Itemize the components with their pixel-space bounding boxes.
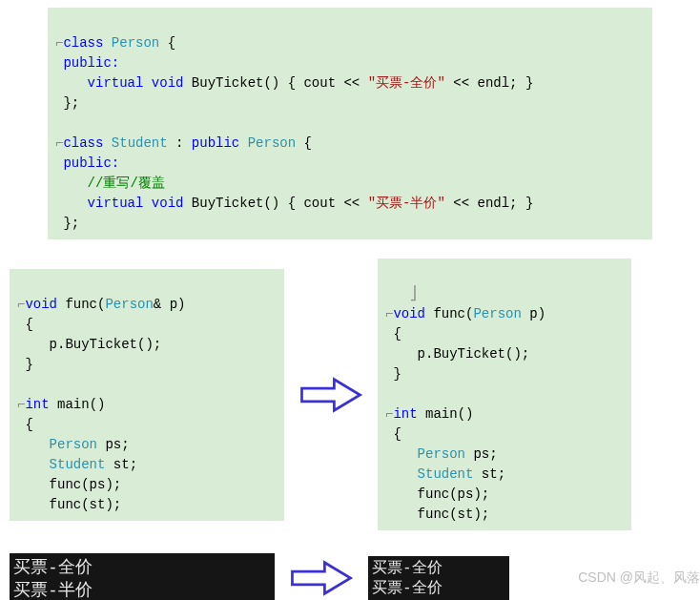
console-line: 买票-半价 bbox=[13, 579, 93, 599]
watermark-text: CSDN @风起、风落 bbox=[547, 569, 700, 587]
arrow-icon bbox=[275, 560, 368, 596]
console-output-right: 买票-全价 买票-全价 bbox=[368, 556, 509, 600]
arrow-icon bbox=[284, 377, 378, 413]
code-block-func-ref: ⌐void func(Person& p) { p.BuyTicket(); }… bbox=[10, 269, 284, 521]
console-output-left: 买票-全价 买票-半价 bbox=[10, 553, 275, 600]
console-line: 买票-全价 bbox=[372, 558, 443, 576]
type-student: Student bbox=[103, 135, 167, 151]
console-line: 买票-全价 bbox=[13, 556, 93, 576]
type-person: Person bbox=[112, 35, 159, 51]
code-block-func-value: ⎦ ⌐void func(Person p) { p.BuyTicket(); … bbox=[378, 259, 631, 530]
row-code-compare: ⌐void func(Person& p) { p.BuyTicket(); }… bbox=[0, 259, 700, 530]
kw-public: public: bbox=[63, 55, 119, 71]
row-console-compare: 买票-全价 买票-半价 买票-全价 买票-全价 CSDN @风起、风落 bbox=[0, 553, 700, 600]
console-line: 买票-全价 bbox=[372, 578, 443, 596]
string-fullprice: "买票-全价" bbox=[368, 75, 445, 91]
string-halfprice: "买票-半价" bbox=[368, 196, 445, 211]
comment-override: //重写/覆盖 bbox=[55, 176, 165, 191]
kw-class: class bbox=[63, 35, 103, 51]
code-block-classes: ⌐class Person { public: virtual void Buy… bbox=[48, 8, 652, 239]
